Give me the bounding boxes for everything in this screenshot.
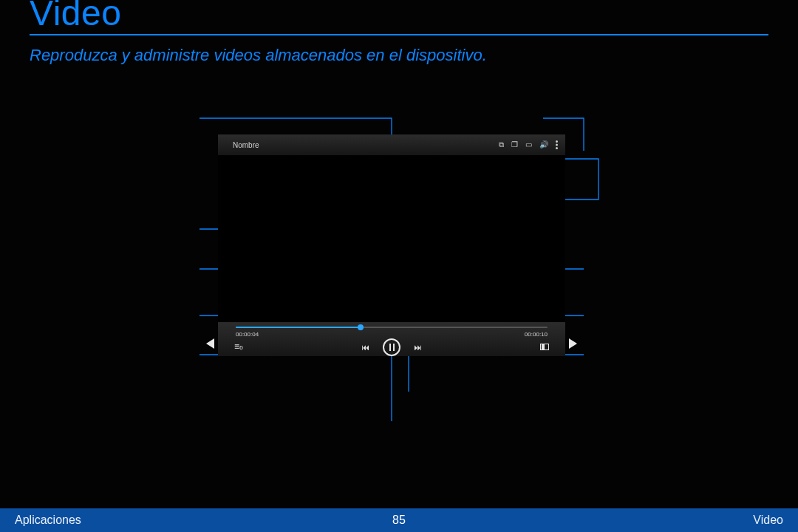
pause-button[interactable] — [383, 338, 400, 356]
volume-icon[interactable]: 🔊 — [539, 141, 548, 149]
playlist-icon[interactable]: ≡₀ — [234, 341, 243, 352]
progress-knob[interactable] — [358, 324, 364, 330]
player-top-bar: Nombre ⧉ ❐ ▭ 🔊 — [218, 134, 565, 155]
footer-topic: Video — [753, 514, 783, 527]
page-title: Video — [30, 0, 121, 33]
video-title-label: Nombre — [233, 141, 259, 149]
time-total: 00:00:10 — [525, 331, 548, 338]
progress-fill — [236, 327, 361, 328]
next-clip-icon[interactable] — [569, 338, 577, 349]
rewind-icon[interactable]: ⏮ — [361, 343, 369, 352]
progress-track[interactable] — [236, 327, 548, 328]
more-icon[interactable] — [556, 140, 558, 149]
screen-mirror-icon[interactable]: ⧉ — [499, 141, 504, 149]
fast-forward-icon[interactable]: ⏭ — [414, 343, 422, 352]
page-footer: Aplicaciones 85 Video — [0, 508, 798, 532]
footer-page-number: 85 — [392, 514, 406, 527]
player-control-bar: 00:00:04 00:00:10 ≡₀ ⏮ ⏭ — [218, 322, 565, 356]
aspect-ratio-icon[interactable]: ▭ — [525, 141, 532, 149]
title-rule — [30, 34, 768, 35]
crop-fill-icon[interactable] — [540, 340, 549, 353]
pip-icon[interactable]: ❐ — [511, 141, 518, 149]
footer-section: Aplicaciones — [15, 514, 81, 527]
page-subtitle: Reproduzca y administre videos almacenad… — [30, 46, 487, 65]
previous-clip-icon[interactable] — [206, 338, 214, 349]
video-player-mock: Nombre ⧉ ❐ ▭ 🔊 00:00:04 00:00:10 ≡₀ — [218, 134, 565, 356]
time-elapsed: 00:00:04 — [236, 331, 259, 338]
